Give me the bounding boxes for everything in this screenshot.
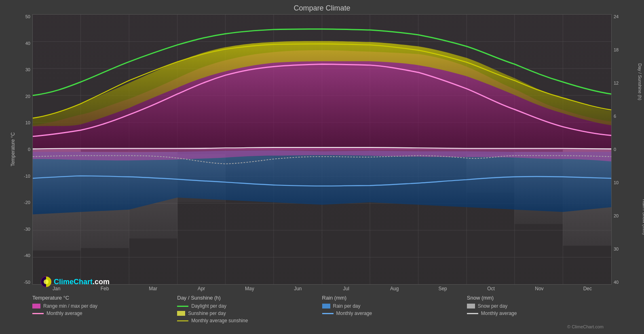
legend-col-temp: Temperature °C Range min / max per day M…	[32, 295, 177, 323]
y-tick-right-12: 12	[614, 81, 619, 85]
legend-col-snow: Snow (mm) Snow per day Monthly average	[467, 295, 612, 323]
month-may: May	[226, 286, 274, 291]
brand-text-bottom: ClimeChart.com	[54, 278, 110, 286]
legend-label-rain: Rain per day	[333, 303, 361, 309]
legend-title-snow: Snow (mm)	[467, 295, 612, 301]
month-aug: Aug	[370, 286, 418, 291]
legend-title-sunshine: Day / Sunshine (h)	[177, 295, 322, 301]
svg-rect-30	[33, 15, 611, 284]
legend-item-temp-avg: Monthly average	[32, 311, 177, 316]
y-axis-right-sunshine-label: Day / Sunshine (h)	[637, 63, 642, 100]
y-tick-right-24: 24	[614, 14, 619, 19]
month-jun: Jun	[274, 286, 322, 291]
legend-swatch-rain	[322, 304, 330, 308]
y-tick-n50: -50	[24, 280, 30, 285]
chart-title: Compare Climate	[8, 4, 636, 13]
y-tick-40: 40	[25, 41, 30, 46]
legend-item-snow-swatch: Snow per day	[467, 303, 612, 309]
legend-swatch-sunshine	[177, 311, 185, 316]
chart-area: Temperature °C 50 40 30 20 10 0 -10 -20 …	[8, 14, 636, 285]
legend-label-sunshine-avg: Monthly average sunshine	[191, 318, 248, 323]
legend-col-sunshine: Day / Sunshine (h) Daylight per day Suns…	[177, 295, 322, 323]
y-tick-right-30: 30	[614, 247, 619, 251]
month-mar: Mar	[129, 286, 177, 291]
month-dec: Dec	[564, 286, 612, 291]
legend-line-rain-avg	[322, 313, 334, 314]
legend-label-snow: Snow per day	[478, 303, 507, 309]
y-axis-left: Temperature °C 50 40 30 20 10 0 -10 -20 …	[8, 14, 32, 285]
legend-item-rain-avg: Monthly average	[322, 311, 467, 316]
y-axis-right-rainsnow-label: Rain / Snow (mm)	[642, 199, 644, 235]
y-tick-right-18: 18	[614, 47, 619, 52]
y-axis-right: Day / Sunshine (h) 24 18 12 6 0 10 20 30…	[612, 14, 636, 285]
y-tick-right-10: 10	[614, 180, 619, 185]
y-tick-n40: -40	[24, 253, 30, 258]
svg-point-32	[44, 279, 49, 284]
legend-label-sunshine: Sunshine per day	[188, 311, 226, 316]
chart-svg	[33, 15, 611, 284]
month-oct: Oct	[467, 286, 515, 291]
y-tick-10: 10	[25, 120, 30, 125]
y-tick-right-6: 6	[614, 114, 616, 119]
legend-label-temp-range: Range min / max per day	[43, 303, 97, 309]
legend-line-daylight	[177, 306, 188, 307]
legend-label-snow-avg: Monthly average	[481, 311, 517, 316]
month-nov: Nov	[515, 286, 563, 291]
legend-title-rain: Rain (mm)	[322, 295, 467, 301]
legend-label-rain-avg: Monthly average	[336, 311, 372, 316]
month-jul: Jul	[322, 286, 370, 291]
legend-item-snow-avg: Monthly average	[467, 311, 612, 316]
month-sep: Sep	[418, 286, 467, 291]
legend-line-sunshine-avg	[177, 320, 188, 321]
month-labels: Jan Feb Mar Apr May Jun Jul Aug Sep Oct …	[32, 285, 612, 291]
y-axis-left-label: Temperature °C	[10, 132, 16, 166]
legend-col-rain: Rain (mm) Rain per day Monthly average	[322, 295, 467, 323]
y-tick-right-40: 40	[614, 280, 619, 285]
brand-bottom-left: ClimeChart.com	[40, 276, 110, 287]
legend-item-sunshine-avg: Monthly average sunshine	[177, 318, 322, 323]
brand-icon-bottom	[40, 276, 52, 287]
legend-item-rain-swatch: Rain per day	[322, 303, 467, 309]
y-tick-50: 50	[25, 14, 30, 19]
copyright: © ClimeChart.com	[8, 324, 636, 330]
legend-swatch-snow	[467, 304, 475, 308]
y-tick-right-20: 20	[614, 213, 619, 218]
legend-swatch-temp-range	[32, 304, 40, 308]
legend-item-sunshine-swatch: Sunshine per day	[177, 311, 322, 316]
legend-area: Temperature °C Range min / max per day M…	[8, 291, 636, 324]
legend-item-temp-range: Range min / max per day	[32, 303, 177, 309]
legend-label-daylight: Daylight per day	[191, 303, 226, 309]
legend-item-daylight: Daylight per day	[177, 303, 322, 309]
legend-line-temp-avg	[32, 313, 44, 314]
legend-title-temp: Temperature °C	[32, 295, 177, 301]
chart-inner	[32, 14, 612, 285]
y-tick-n20: -20	[24, 200, 30, 205]
y-tick-right-0: 0	[614, 147, 616, 152]
legend-line-snow-avg	[467, 313, 478, 314]
y-tick-0: 0	[28, 147, 30, 152]
y-tick-n30: -30	[24, 227, 30, 232]
page-wrapper: Compare Climate Concord Concord ClimeCha…	[0, 0, 644, 334]
legend-label-temp-avg: Monthly average	[46, 311, 82, 316]
y-tick-20: 20	[25, 94, 30, 99]
y-tick-n10: -10	[24, 174, 30, 179]
month-apr: Apr	[177, 286, 225, 291]
y-tick-30: 30	[25, 67, 30, 72]
